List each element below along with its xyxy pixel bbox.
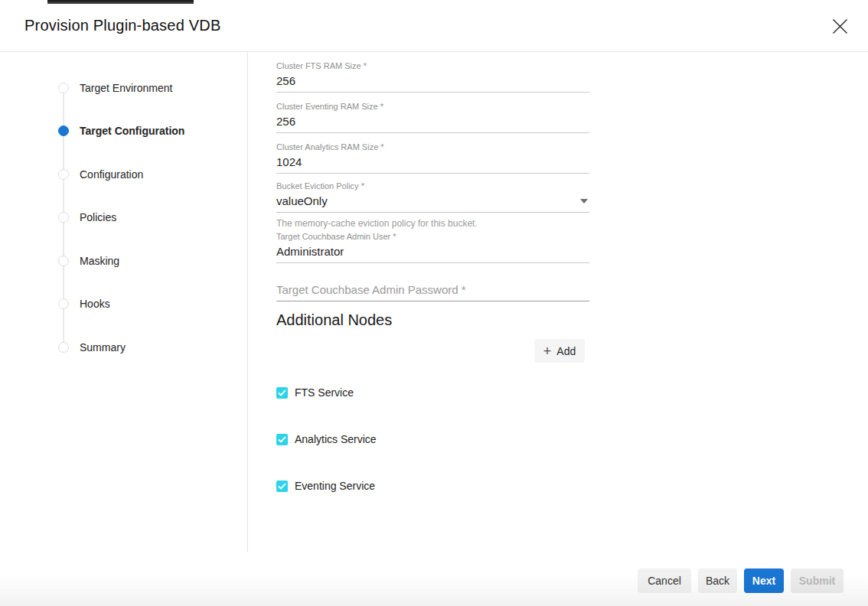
dropdown-arrow-icon [580, 199, 588, 204]
bucket-eviction-policy-select[interactable]: valueOnly [276, 193, 589, 213]
additional-nodes-heading: Additional Nodes [276, 311, 392, 329]
checkbox-checked-icon[interactable] [276, 434, 288, 445]
field-cluster-eventing-ram-size: Cluster Eventing RAM Size * [276, 102, 589, 133]
field-cluster-analytics-ram-size: Cluster Analytics RAM Size * [276, 142, 589, 174]
step-label: Summary [80, 341, 126, 354]
eventing-service-checkbox-row[interactable]: Eventing Service [276, 480, 375, 492]
close-button[interactable] [830, 16, 850, 36]
vertical-divider [247, 52, 248, 552]
provision-vdb-dialog: Provision Plugin-based VDB Target Enviro… [0, 0, 868, 606]
back-button[interactable]: Back [698, 569, 737, 593]
stepper-item-policies[interactable]: Policies [58, 210, 116, 225]
stepper-item-masking[interactable]: Masking [58, 253, 119, 269]
stepper-item-hooks[interactable]: Hooks [58, 296, 110, 311]
checkbox-label: Eventing Service [295, 480, 375, 492]
checkbox-label: FTS Service [295, 386, 354, 399]
target-couchbase-admin-user-input[interactable] [276, 243, 589, 263]
step-circle-icon [58, 342, 69, 353]
checkmark-icon [278, 436, 286, 443]
step-circle-icon [58, 212, 69, 223]
checkbox-checked-icon[interactable] [276, 481, 288, 492]
step-label: Masking [80, 255, 119, 267]
checkmark-icon [278, 483, 286, 490]
cancel-button[interactable]: Cancel [638, 569, 691, 593]
step-label: Hooks [80, 298, 110, 310]
step-label: Target Environment [80, 82, 172, 94]
checkbox-checked-icon[interactable] [276, 387, 288, 399]
analytics-service-checkbox-row[interactable]: Analytics Service [276, 433, 377, 445]
field-helper-text: The memory-cache eviction policy for thi… [276, 218, 589, 229]
plus-icon: + [543, 346, 552, 357]
field-target-couchbase-admin-user: Target Couchbase Admin User * [276, 232, 589, 263]
add-button-label: Add [556, 345, 576, 357]
field-label: Bucket Eviction Policy * [276, 181, 589, 191]
cluster-fts-ram-size-input[interactable] [276, 73, 589, 93]
close-icon [831, 18, 849, 35]
field-cluster-fts-ram-size: Cluster FTS RAM Size * [276, 61, 589, 93]
step-circle-icon [58, 169, 69, 180]
submit-button: Submit [791, 569, 844, 593]
field-label: Cluster FTS RAM Size * [276, 61, 589, 71]
stepper-item-configuration[interactable]: Configuration [58, 167, 143, 182]
cluster-analytics-ram-size-input[interactable] [276, 154, 589, 174]
checkmark-icon [278, 389, 286, 396]
step-circle-active-icon [58, 125, 69, 136]
checkbox-label: Analytics Service [295, 433, 377, 445]
fts-service-checkbox-row[interactable]: FTS Service [276, 386, 354, 399]
step-label: Policies [80, 211, 116, 223]
dialog-header: Provision Plugin-based VDB [0, 0, 868, 52]
field-target-couchbase-admin-password [276, 282, 589, 301]
step-circle-icon [58, 83, 69, 93]
field-label: Cluster Analytics RAM Size * [276, 142, 589, 152]
stepper-item-target-configuration[interactable]: Target Configuration [58, 123, 184, 138]
next-button[interactable]: Next [744, 569, 784, 593]
target-couchbase-admin-password-input[interactable] [276, 282, 589, 301]
field-label: Cluster Eventing RAM Size * [276, 102, 589, 112]
cluster-eventing-ram-size-input[interactable] [276, 113, 589, 133]
step-label: Configuration [80, 168, 143, 181]
stepper-item-target-environment[interactable]: Target Environment [58, 80, 172, 96]
step-circle-icon [58, 298, 69, 309]
field-bucket-eviction-policy: Bucket Eviction Policy * valueOnly The m… [276, 181, 589, 229]
dialog-title: Provision Plugin-based VDB [24, 17, 220, 34]
step-label: Target Configuration [80, 125, 184, 137]
field-label: Target Couchbase Admin User * [276, 232, 589, 242]
step-circle-icon [58, 256, 69, 266]
add-node-button[interactable]: + Add [534, 339, 585, 363]
bottom-shadow [0, 574, 868, 606]
selected-option: valueOnly [276, 194, 328, 207]
stepper-item-summary[interactable]: Summary [58, 340, 126, 355]
